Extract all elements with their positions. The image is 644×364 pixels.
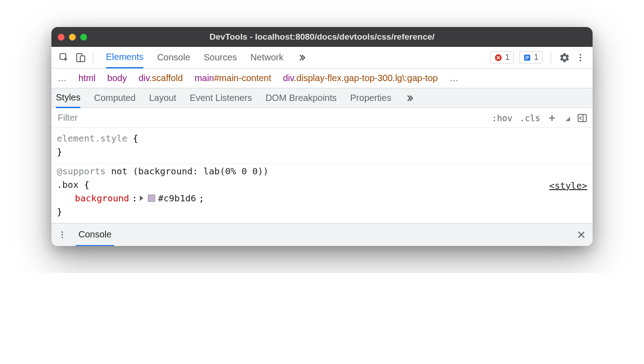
errors-badge[interactable]: 1 [490,51,514,64]
breadcrumb-tag: div [138,73,149,83]
breadcrumb-suffix: #main-content [214,73,271,83]
subtab-layout[interactable]: Layout [149,88,176,108]
breadcrumb-leading-ellipsis[interactable]: … [58,73,67,83]
more-icon[interactable] [575,53,585,63]
zoom-window-button[interactable] [80,34,87,41]
styles-pane: element.style { } @supports not (backgro… [51,128,593,223]
errors-count: 1 [505,53,510,62]
supports-rule[interactable]: @supports not (background: lab(0% 0 0)) … [51,164,593,223]
separator [551,51,551,64]
breadcrumb-item-main[interactable]: main#main-content [194,73,271,83]
declaration[interactable]: background: #c9b1d6; [57,191,587,205]
styles-subtabs: Styles Computed Layout Event Listeners D… [51,88,593,108]
svg-point-11 [61,237,63,238]
rule-selector: element.style [57,133,128,144]
settings-icon[interactable] [559,52,570,63]
svg-point-10 [61,234,63,235]
breadcrumb-trailing-ellipsis[interactable]: … [450,73,459,83]
resize-handle[interactable] [564,115,570,121]
brace-close: } [57,145,587,159]
brace-open-text: { [84,179,89,190]
rule-source-link[interactable]: <style> [549,179,587,192]
breadcrumb-item-body[interactable]: body [107,73,127,83]
hov-toggle[interactable]: :hov [492,113,512,123]
breadcrumb-item-html[interactable]: html [78,73,96,83]
breadcrumb-suffix: .display-flex.gap-top-300.lg\:gap-top [294,73,438,83]
issues-count: 1 [534,53,538,62]
inspect-element-icon[interactable] [59,52,69,63]
brace-open-text: { [133,133,138,144]
styles-filter-bar: :hov .cls [51,108,593,128]
main-tabs: Elements Console Sources Network [106,47,306,68]
element-style-rule[interactable]: element.style { } [51,131,593,164]
subtabs-overflow-icon[interactable] [405,88,414,108]
at-rule-keyword: @supports [57,166,106,177]
drawer-more-icon[interactable] [58,230,67,239]
breadcrumb-tag: main [194,73,214,83]
at-rule: @supports not (background: lab(0% 0 0)) [57,164,587,178]
property-value: #c9b1d6 [158,191,196,205]
drawer-tab-console[interactable]: Console [76,224,114,246]
main-toolbar: Elements Console Sources Network 1 1 [51,47,593,68]
svg-rect-2 [80,56,85,62]
filter-input[interactable] [51,108,486,127]
issues-badge[interactable]: 1 [519,51,543,64]
tab-elements[interactable]: Elements [106,47,143,68]
minimize-window-button[interactable] [69,34,76,41]
colon: : [132,191,137,205]
subtab-styles[interactable]: Styles [56,88,80,108]
color-swatch[interactable] [148,195,155,202]
property-name: background [75,191,129,205]
new-style-rule-icon[interactable] [547,114,557,123]
breadcrumb-item-div-scaffold[interactable]: div.scaffold [138,73,183,83]
window-title: DevTools - localhost:8080/docs/devtools/… [209,32,434,42]
svg-point-6 [580,57,581,59]
window-controls [58,34,87,41]
at-rule-condition: not (background: lab(0% 0 0)) [106,166,268,177]
titlebar: DevTools - localhost:8080/docs/devtools/… [51,27,593,47]
device-toolbar-icon[interactable] [76,52,86,63]
svg-point-9 [61,232,63,233]
tab-sources[interactable]: Sources [204,47,237,68]
breadcrumb-tag: div [283,73,294,83]
subtab-properties[interactable]: Properties [350,88,391,108]
expand-longhand-icon[interactable] [140,196,143,201]
cls-toggle[interactable]: .cls [520,113,540,123]
tabs-overflow-icon[interactable] [297,47,306,68]
subtab-event-listeners[interactable]: Event Listeners [190,88,252,108]
svg-point-5 [580,54,581,55]
dom-breadcrumb: … html body div.scaffold main#main-conte… [51,68,593,88]
close-icon[interactable] [576,230,586,240]
brace-close: } [57,205,587,218]
tab-console[interactable]: Console [157,47,190,68]
semicolon: ; [199,191,204,205]
toggle-sidebar-icon[interactable] [577,114,587,123]
tab-network[interactable]: Network [250,47,283,68]
devtools-window: DevTools - localhost:8080/docs/devtools/… [51,27,593,246]
separator [93,51,93,64]
rule-selector: .box [57,179,78,190]
svg-point-7 [580,59,581,61]
close-window-button[interactable] [58,34,64,41]
subtab-computed[interactable]: Computed [94,88,135,108]
breadcrumb-suffix: .scaffold [149,73,183,83]
subtab-dom-breakpoints[interactable]: DOM Breakpoints [266,88,337,108]
breadcrumb-item-div-flex[interactable]: div.display-flex.gap-top-300.lg\:gap-top [283,73,438,83]
drawer: Console [51,223,593,246]
